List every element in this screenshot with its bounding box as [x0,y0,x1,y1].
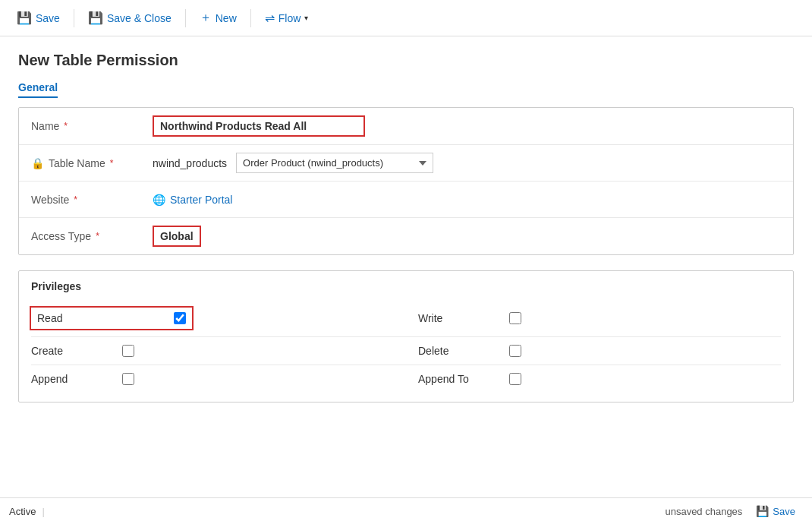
priv-row-write: Write [406,300,781,337]
globe-icon: 🌐 [153,194,165,206]
save-close-button[interactable]: 💾 Save & Close [80,7,179,29]
name-row: Name * [19,108,793,145]
status-left: Active | [9,506,45,517]
access-type-box: Global [153,226,201,247]
general-form-card: Name * 🔒 Table Name * nwind_products Ord… [18,107,794,255]
access-type-value: Global [153,226,781,247]
lock-icon: 🔒 [31,157,44,169]
separator-2 [185,9,186,27]
separator-1 [74,9,74,27]
status-save-icon: 💾 [756,505,769,517]
table-dropdown[interactable]: Order Product (nwind_products) [236,153,433,173]
flow-label: Flow [279,12,301,24]
table-name-required-star: * [110,158,114,169]
priv-row-delete: Delete [406,337,781,365]
save-icon: 💾 [17,11,32,25]
plus-icon: ＋ [200,10,212,26]
website-required-star: * [74,194,77,205]
read-label: Read [37,312,128,324]
save-button[interactable]: 💾 Save [9,7,68,29]
save-close-label: Save & Close [107,12,172,24]
website-link[interactable]: 🌐 Starter Portal [153,194,232,206]
section-general-label: General [18,81,58,98]
write-checkbox-wrap [509,312,521,324]
access-type-required-star: * [96,231,99,241]
page-title: New Table Permission [18,52,794,69]
website-value: 🌐 Starter Portal [153,194,781,206]
website-label: Website * [31,194,153,206]
read-checkbox[interactable] [174,312,186,324]
main-content: New Table Permission General Name * 🔒 Ta… [0,36,812,497]
priv-row-append: Append [31,365,406,393]
name-input[interactable] [153,115,365,137]
write-label: Write [418,312,509,324]
read-checkbox-wrap [174,312,186,324]
save-label: Save [36,12,60,24]
website-row: Website * 🌐 Starter Portal [19,182,793,218]
toolbar: 💾 Save 💾 Save & Close ＋ New ⇌ Flow ▾ [0,0,812,36]
append-to-checkbox[interactable] [509,373,521,385]
table-name-row: 🔒 Table Name * nwind_products Order Prod… [19,145,793,182]
priv-row-create: Create [31,337,406,365]
flow-icon: ⇌ [265,11,275,25]
status-active-text: Active [9,506,36,517]
name-label: Name * [31,120,153,132]
append-label: Append [31,373,122,385]
access-type-row: Access Type * Global [19,218,793,254]
append-checkbox[interactable] [122,373,134,385]
status-right: unsaved changes 💾 Save [665,501,803,521]
chevron-down-icon: ▾ [304,14,308,22]
privileges-title: Privileges [31,280,781,292]
name-value [153,115,781,137]
status-save-label: Save [773,506,795,517]
write-checkbox[interactable] [509,312,521,324]
delete-checkbox-wrap [509,345,521,357]
table-name-text: nwind_products [153,157,227,169]
table-name-value: nwind_products Order Product (nwind_prod… [153,153,781,173]
save-close-icon: 💾 [88,11,103,25]
delete-label: Delete [418,345,509,357]
separator-3 [250,9,251,27]
create-checkbox-wrap [122,345,134,357]
priv-row-append-to: Append To [406,365,781,393]
table-name-label: 🔒 Table Name * [31,157,153,169]
append-to-checkbox-wrap [509,373,521,385]
name-required-star: * [64,121,68,131]
flow-button[interactable]: ⇌ Flow ▾ [257,7,316,29]
append-checkbox-wrap [122,373,134,385]
status-bar: Active | unsaved changes 💾 Save [0,497,812,524]
privileges-card: Privileges Read Write Create [18,270,794,402]
new-button[interactable]: ＋ New [192,6,244,30]
access-type-label: Access Type * [31,230,153,242]
unsaved-changes-text: unsaved changes [665,506,742,517]
new-label: New [216,12,237,24]
read-highlight-box: Read [30,306,194,330]
privileges-grid: Read Write Create [31,300,781,393]
create-label: Create [31,345,122,357]
append-to-label: Append To [418,373,509,385]
priv-row-read: Read [31,300,406,337]
status-save-button[interactable]: 💾 Save [748,501,803,521]
status-separator: | [42,506,44,517]
delete-checkbox[interactable] [509,345,521,357]
create-checkbox[interactable] [122,345,134,357]
